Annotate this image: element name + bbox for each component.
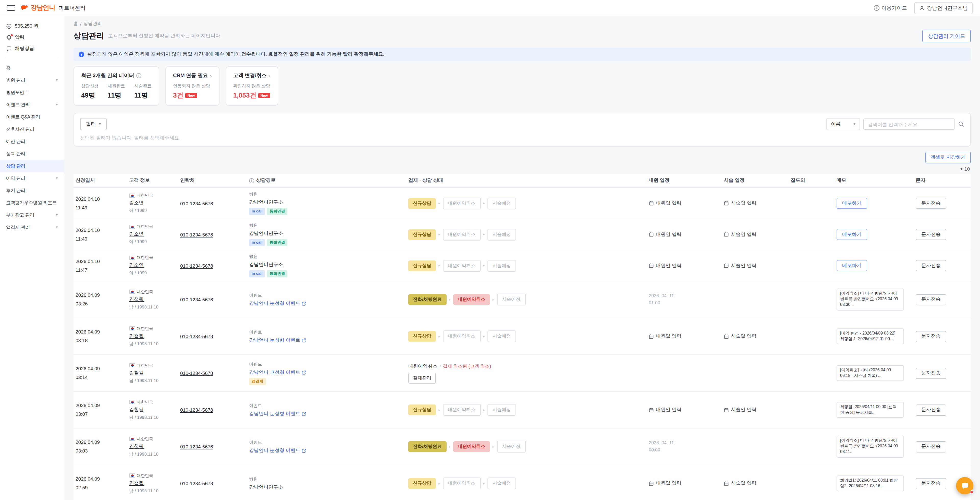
sidebar-item-budget[interactable]: 예산 관리 [0,135,64,148]
customer-name-link[interactable]: 김소연 [129,200,144,206]
surgery-date-input-button[interactable]: 시술일 입력 [724,480,756,487]
customer-name-link[interactable]: 김철될 [129,333,144,339]
channel-event-link[interactable]: 강남언니 눈성형 이벤트 [249,337,307,343]
memo-button[interactable]: 메모하기 [837,260,867,271]
sms-send-button[interactable]: 문자전송 [916,198,946,209]
memo-note[interactable]: [예약취소] 더 나은 병원/의사/이벤트를 발견했어요. (2026.04.0… [837,436,904,458]
surgery-date-input-button[interactable]: 시술일 입력 [724,200,756,207]
phone-link[interactable]: 010-1234-5678 [180,481,213,486]
doctor-cell [789,465,835,500]
sidebar-item-hospital-points[interactable]: 병원포인트 [0,86,64,99]
sidebar-item-home[interactable]: 홈 [0,62,64,74]
sidebar-notifications[interactable]: 알림 [0,32,64,43]
sidebar-item-label: 고객평가우수병원 리포트 [6,200,57,206]
stat-visit-complete: 내원완료 11명 [108,83,125,100]
surgery-date-input-button[interactable]: 시술일 입력 [724,407,756,413]
stat-consult-requests: 상담신청 49명 [81,83,99,100]
sms-send-button[interactable]: 문자전송 [916,260,946,271]
search-input[interactable] [863,118,955,130]
memo-note[interactable]: [예약취소] 기타 (2026.04.09 03:18 - 시스템 기록) ..… [837,365,904,381]
customer-name-link[interactable]: 김소연 [129,231,144,238]
korea-flag-icon [129,193,135,197]
sidebar-item-excellence-report[interactable]: 고객평가우수병원 리포트 [0,196,64,209]
chat-launcher-button[interactable] [956,477,974,494]
sidebar-item-extra-ads[interactable]: 부가광고 관리▾ [0,209,64,221]
phone-link[interactable]: 010-1234-5678 [180,370,213,376]
user-account-button[interactable]: 강남언니연구소님 [914,2,973,14]
sidebar-item-performance[interactable]: 성과 관리 [0,148,64,160]
phone-link[interactable]: 010-1234-5678 [180,297,213,302]
visit-date-input-button[interactable]: 내원일 입력 [649,231,681,238]
phone-link[interactable]: 010-1234-5678 [180,263,213,268]
filter-button[interactable]: 필터 ▾ [80,118,107,130]
breadcrumb-home-link[interactable]: 홈 [73,21,78,27]
surgery-date-input-button[interactable]: 시술일 입력 [724,333,756,340]
hamburger-menu-button[interactable] [7,5,15,11]
sidebar-item-event-qna[interactable]: 이벤트 Q&A 관리 [0,111,64,123]
sidebar-item-events[interactable]: 이벤트 관리▾ [0,99,64,111]
surgery-date-input-button[interactable]: 시술일 입력 [724,231,756,238]
customer-name-link[interactable]: 김철될 [129,406,144,413]
customer-name-link[interactable]: 김철될 [129,443,144,450]
page-size-select[interactable]: ▾ 10 [961,166,971,172]
channel-event-link[interactable]: 강남언니 코성형 이벤트 [249,369,307,375]
crm-card[interactable]: CRM 연동 필요 › 연동되지 않은 상담 3건New [165,66,219,106]
customer-name-link[interactable]: 김철될 [129,480,144,486]
memo-button[interactable]: 메모하기 [837,229,867,240]
surgery-date-input-button[interactable]: 시술일 입력 [724,262,756,269]
visit-date-input-button[interactable]: 내원일 입력 [649,480,681,487]
sidebar-item-hospital[interactable]: 병원 관리▾ [0,74,64,86]
sidebar-item-app-payment[interactable]: 앱결제 관리▾ [0,221,64,233]
sidebar-item-reservation[interactable]: 예약 관리▾ [0,172,64,184]
sms-send-button[interactable]: 문자전송 [916,404,946,415]
doctor-cell [789,392,835,428]
sidebar-chat-consult[interactable]: 채팅상담 [0,43,64,54]
payment-manage-button[interactable]: 결제관리 [408,372,436,383]
sms-send-button[interactable]: 문자전송 [916,478,946,489]
search-button[interactable] [958,121,964,127]
excel-export-button[interactable]: 엑셀로 저장하기 [925,152,971,163]
surgery-schedule-cell: 시술일 입력 [722,465,789,500]
sms-send-button[interactable]: 문자전송 [916,331,946,342]
sms-send-button[interactable]: 문자전송 [916,229,946,240]
visit-date-input-button[interactable]: 내원일 입력 [649,200,681,207]
sidebar-item-before-after-photos[interactable]: 전후사진 관리 [0,123,64,135]
memo-note[interactable]: 희망일1: 2026/04/11 08:01 희망일2: 2026/04/11 … [837,475,904,491]
channel-event-link[interactable]: 강남언니 눈성형 이벤트 [249,411,307,417]
sms-send-button[interactable]: 문자전송 [916,367,946,379]
memo-note[interactable]: [예약 변경 - 2026/04/09 03:22] 희망일 1: 2026/0… [837,328,904,344]
memo-button[interactable]: 메모하기 [837,198,867,209]
phone-link[interactable]: 010-1234-5678 [180,200,213,206]
sidebar-item-reviews[interactable]: 후기 관리 [0,184,64,196]
search-category-select[interactable]: 이름 ▾ [826,118,860,130]
channel-event-link[interactable]: 강남언니 눈성형 이벤트 [249,300,307,307]
visit-schedule-cell: 내원일 입력 [647,219,722,250]
notice-banner: i 확정되지 않은 예약은 정원에 포함되지 않아 동일 시간대에 계속 예약이… [73,48,971,61]
sidebar-item-consultation[interactable]: 상담 관리 [0,160,64,172]
status-cell: 내원예약취소/결제 취소됨 (고객 취소)결제관리 [406,355,647,391]
customer-changes-card[interactable]: 고객 변경/취소 › 확인하지 않은 상담 1,053건New [225,66,278,106]
sidebar-wallet[interactable]: ₩ 505,250 원 [0,21,64,32]
customer-name-link[interactable]: 김철될 [129,296,144,303]
phone-link[interactable]: 010-1234-5678 [180,232,213,237]
visit-date-input-button[interactable]: 내원일 입력 [649,407,681,413]
customer-name-link[interactable]: 김소연 [129,262,144,268]
visit-date-input-button[interactable]: 내원일 입력 [649,333,681,340]
phone-link[interactable]: 010-1234-5678 [180,334,213,339]
status-flow: 신규상담▸내원예약취소▸시술예정 [408,404,516,416]
phone-link[interactable]: 010-1234-5678 [180,444,213,449]
consult-guide-button[interactable]: 상담관리 가이드 [922,30,971,42]
memo-note[interactable]: 희망일: 2026/04/11 00:00 [선택한 증상] 복코시술... [837,402,904,418]
channel-event-link[interactable]: 강남언니 눈성형 이벤트 [249,447,307,454]
sms-send-button[interactable]: 문자전송 [916,441,946,452]
request-datetime-cell: 2026.04.0903:14 [73,355,127,391]
visit-date-input-button[interactable]: 내원일 입력 [649,262,681,269]
column-header-request-datetime: 신청일시 [73,174,127,187]
sms-send-button[interactable]: 문자전송 [916,294,946,305]
customer-name-link[interactable]: 김철될 [129,369,144,376]
brand-logo[interactable]: 강남언니 파트너센터 [21,3,86,12]
phone-link[interactable]: 010-1234-5678 [180,407,213,413]
table-row: 2026.04.1011:49대한민국김소연여 / 1999010-1234-5… [73,188,971,219]
usage-guide-link[interactable]: i 이용가이드 [874,4,907,11]
memo-note[interactable]: [예약취소] 더 나은 병원/의사/이벤트를 발견했어요. (2026.04.0… [837,289,904,310]
